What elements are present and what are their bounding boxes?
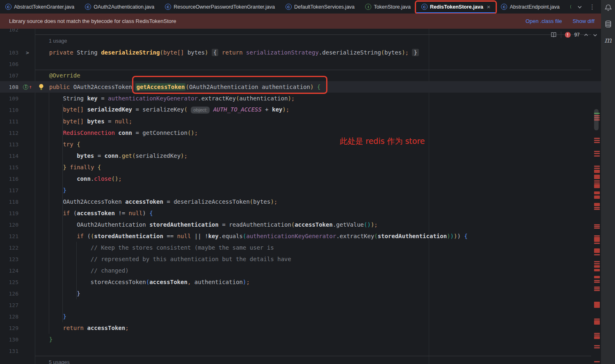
code-text[interactable]: public OAuth2AccessToken getAccessToken(… bbox=[35, 84, 320, 90]
stripe-mark-error[interactable] bbox=[594, 261, 600, 262]
line-number[interactable]: 109 bbox=[0, 96, 20, 102]
tab-oauth2authentication-java[interactable]: COAuth2Authentication.java bbox=[80, 0, 160, 14]
tab-abstractendpoint-java[interactable]: CAbstractEndpoint.java bbox=[496, 0, 565, 14]
code-line[interactable]: 113 try { bbox=[0, 139, 601, 150]
code-line[interactable]: 106 bbox=[0, 58, 601, 70]
stripe-mark-error[interactable] bbox=[594, 182, 600, 184]
usage-row[interactable]: 5 usages bbox=[0, 357, 601, 364]
stripe-mark-error[interactable] bbox=[594, 248, 600, 253]
line-number[interactable]: 128 bbox=[0, 314, 20, 320]
line-number[interactable]: 115 bbox=[0, 164, 20, 171]
usage-row[interactable]: 1 usage bbox=[0, 35, 601, 47]
stripe-mark-error[interactable] bbox=[594, 334, 600, 336]
close-tab-icon[interactable]: × bbox=[487, 3, 491, 10]
stripe-mark-error[interactable] bbox=[594, 138, 600, 139]
stripe-mark-error[interactable] bbox=[594, 269, 600, 271]
line-number[interactable]: 126 bbox=[0, 291, 20, 297]
chevron-down-icon[interactable] bbox=[577, 4, 583, 10]
line-number[interactable]: 106 bbox=[0, 61, 20, 67]
show-diff-link[interactable]: Show diff bbox=[573, 18, 594, 24]
previous-error-icon[interactable] bbox=[583, 32, 589, 38]
stripe-mark-error[interactable] bbox=[594, 254, 600, 255]
stripe-mark-error[interactable] bbox=[594, 170, 600, 173]
line-number[interactable]: 125 bbox=[0, 279, 20, 285]
code-line[interactable]: 124 // changed) bbox=[0, 265, 601, 276]
line-number[interactable]: 116 bbox=[0, 176, 20, 182]
line-number[interactable]: 111 bbox=[0, 118, 20, 125]
maven-icon[interactable]: m bbox=[604, 36, 612, 44]
stripe-mark-error[interactable] bbox=[594, 224, 600, 225]
line-number[interactable]: 131 bbox=[0, 348, 20, 354]
code-line[interactable]: 130 } bbox=[0, 334, 601, 345]
code-text[interactable]: } bbox=[35, 187, 66, 193]
stripe-mark-error[interactable] bbox=[594, 243, 600, 244]
code-line[interactable]: 112 RedisConnection conn = getConnection… bbox=[0, 127, 601, 139]
stripe-mark-error[interactable] bbox=[594, 226, 600, 227]
line-number[interactable]: 119 bbox=[0, 210, 20, 216]
stripe-mark-error[interactable] bbox=[594, 209, 600, 210]
line-number[interactable]: 127 bbox=[0, 302, 20, 308]
line-number[interactable]: 112 bbox=[0, 130, 20, 136]
code-line[interactable]: 122 // Keep the stores consistent (maybe… bbox=[0, 242, 601, 253]
line-number[interactable]: 130 bbox=[0, 337, 20, 343]
stripe-mark-error[interactable] bbox=[594, 180, 600, 182]
code-line[interactable]: 128 } bbox=[0, 311, 601, 322]
stripe-mark-error[interactable] bbox=[594, 168, 600, 169]
notifications-bell-icon[interactable] bbox=[604, 4, 613, 12]
code-line[interactable]: 109 String key = authenticationKeyGenera… bbox=[0, 93, 601, 104]
more-options-icon[interactable]: ⋮ bbox=[589, 3, 595, 11]
line-number[interactable]: 108 bbox=[0, 84, 20, 90]
stripe-mark-error[interactable] bbox=[594, 336, 600, 339]
code-line[interactable]: 125 storeAccessToken(accessToken, authen… bbox=[0, 276, 601, 288]
line-number[interactable]: 121 bbox=[0, 233, 20, 239]
code-text[interactable]: } finally { bbox=[35, 164, 101, 171]
reader-mode-book-icon[interactable] bbox=[550, 32, 557, 38]
intention-bulb-icon[interactable] bbox=[38, 84, 44, 92]
code-line[interactable]: 116 conn.close(); bbox=[0, 173, 601, 184]
code-text[interactable]: try { bbox=[35, 141, 80, 148]
stripe-mark-error[interactable] bbox=[594, 184, 600, 188]
code-line[interactable]: 119 if (accessToken != null) { bbox=[0, 207, 601, 219]
error-badge-icon[interactable]: ! bbox=[565, 32, 571, 38]
code-line[interactable]: 102 bbox=[0, 29, 601, 35]
line-number[interactable]: 122 bbox=[0, 245, 20, 251]
tab-defaulttokenservices-java[interactable]: CDefaultTokenServices.java bbox=[280, 0, 360, 14]
stripe-mark-error[interactable] bbox=[594, 347, 600, 348]
line-number[interactable]: 113 bbox=[0, 141, 20, 148]
code-text[interactable]: byte[] serializedKey = serializeKey( obj… bbox=[35, 106, 289, 114]
stripe-mark-error[interactable] bbox=[594, 290, 600, 291]
stripe-mark-error[interactable] bbox=[594, 228, 600, 229]
next-error-icon[interactable] bbox=[592, 32, 598, 38]
stripe-mark-error[interactable] bbox=[594, 140, 600, 141]
stripe-mark-error[interactable] bbox=[594, 287, 600, 288]
code-text[interactable]: // changed) bbox=[35, 267, 129, 274]
overrides-method-icon[interactable]: I↑ bbox=[20, 84, 35, 90]
line-number[interactable]: 118 bbox=[0, 199, 20, 205]
stripe-mark-error[interactable] bbox=[594, 166, 600, 167]
code-line[interactable]: 121 if ((storedAuthentication == null ||… bbox=[0, 230, 601, 242]
code-line[interactable]: 120 OAuth2Authentication storedAuthentic… bbox=[0, 219, 601, 230]
stripe-mark-error[interactable] bbox=[594, 263, 600, 264]
code-line[interactable]: 111 byte[] bytes = null; bbox=[0, 116, 601, 127]
line-number[interactable]: 102 bbox=[0, 29, 20, 33]
stripe-mark-error[interactable] bbox=[594, 196, 600, 199]
tab-cl[interactable]: ICl bbox=[565, 0, 571, 14]
stripe-mark-error[interactable] bbox=[594, 142, 600, 143]
stripe-mark-error[interactable] bbox=[594, 191, 600, 194]
code-text[interactable]: if (accessToken != null) { bbox=[35, 210, 153, 216]
scrollbar-thumb[interactable] bbox=[594, 109, 599, 130]
code-text[interactable]: String key = authenticationKeyGenerator.… bbox=[35, 95, 295, 102]
code-line[interactable]: 110 byte[] serializedKey = serializeKey(… bbox=[0, 104, 601, 116]
stripe-mark-error[interactable] bbox=[594, 361, 600, 362]
code-text[interactable]: // Keep the stores consistent (maybe the… bbox=[35, 244, 274, 251]
line-number[interactable]: 129 bbox=[0, 325, 20, 331]
code-line[interactable]: 115 } finally { bbox=[0, 162, 601, 173]
line-number[interactable]: 120 bbox=[0, 222, 20, 228]
fold-arrow-icon[interactable]: > bbox=[20, 50, 35, 56]
code-line[interactable]: 123 // represented by this authenticatio… bbox=[0, 253, 601, 265]
stripe-mark-error[interactable] bbox=[594, 153, 600, 154]
code-text[interactable]: RedisConnection conn = getConnection(); bbox=[35, 130, 198, 136]
line-number[interactable]: 114 bbox=[0, 153, 20, 159]
stripe-mark-error[interactable] bbox=[594, 318, 600, 320]
code-line[interactable]: 117 } bbox=[0, 184, 601, 196]
